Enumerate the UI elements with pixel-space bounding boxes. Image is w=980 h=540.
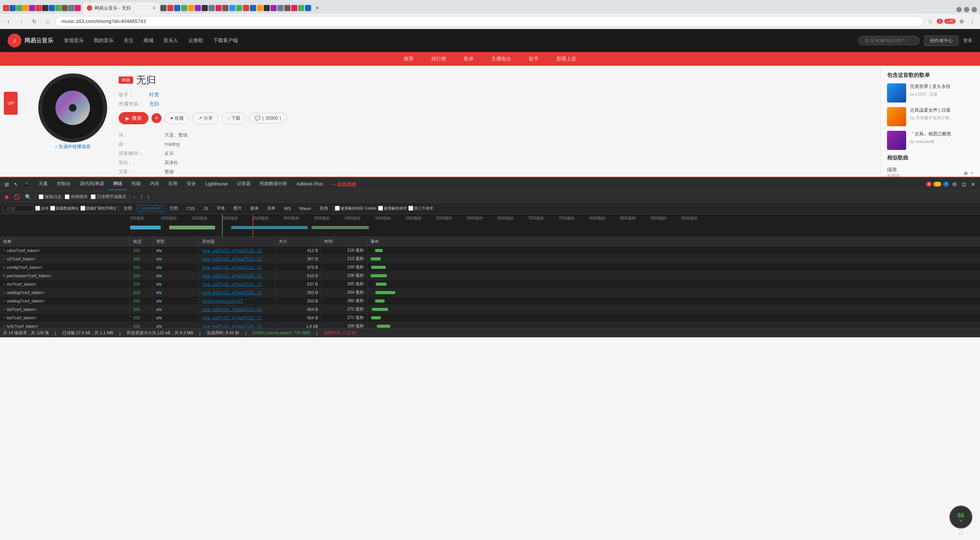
home-button[interactable]: ⌂	[42, 16, 53, 27]
download-button[interactable]: ↓下载	[222, 112, 246, 124]
table-row[interactable]: □ permission?csrf_token= 200 xhr core_aa…	[0, 272, 980, 280]
filter-input[interactable]	[3, 205, 34, 212]
dt-device-icon[interactable]: 📱	[21, 180, 31, 189]
import-button[interactable]: ⤴	[140, 194, 143, 200]
menu-icon[interactable]: ⋮	[968, 17, 977, 26]
sub-nav-playlist[interactable]: 歌单	[461, 54, 477, 64]
row-initiator[interactable]: core_aa27c15...js?aa27c15...21	[199, 247, 276, 254]
login-link[interactable]: 登录	[963, 37, 972, 44]
table-row[interactable]: ○ cdns?csrf_token= 200 xhr core_aa27c15.…	[0, 246, 980, 255]
share-button[interactable]: ↗分享	[192, 112, 219, 124]
reload-button[interactable]: ↻	[29, 16, 40, 27]
throttle-button[interactable]: ↕	[133, 194, 137, 200]
filter-css[interactable]: CSS	[183, 205, 199, 212]
search-input[interactable]	[858, 36, 920, 45]
col-header-name[interactable]: 名称	[0, 237, 130, 246]
nav-shop[interactable]: 商城	[140, 36, 157, 46]
maximize-button[interactable]	[964, 7, 969, 12]
record-button[interactable]: ⏺	[3, 193, 10, 201]
table-row[interactable]: ○ list?csrf_token= 200 xhr core_aa27c15.…	[0, 305, 980, 314]
sub-nav-singer[interactable]: 歌手	[526, 54, 542, 64]
filter-manifest[interactable]: 清单	[264, 204, 279, 212]
filter-wasm[interactable]: Wasm	[296, 205, 315, 212]
singer-link[interactable]: 叶里	[149, 91, 159, 98]
col-header-initiator[interactable]: 启动器	[199, 237, 276, 246]
hide-data-checkbox[interactable]: 隐藏数据网址	[50, 206, 79, 211]
filter-media[interactable]: 媒体	[247, 204, 262, 212]
row-initiator[interactable]: core_aa27c15...js?aa27c15...21	[199, 306, 276, 313]
sub-nav-ranking[interactable]: 排行榜	[428, 54, 449, 64]
preserve-log-checkbox[interactable]: 保留日志	[39, 194, 62, 200]
dt-dock-button[interactable]: ⊡	[960, 180, 968, 189]
filter-fetch-xhr[interactable]: Fetch/XHR	[137, 205, 165, 212]
tab-adblock[interactable]: Adblock Plus	[292, 179, 328, 190]
filter-font[interactable]: 字体	[213, 204, 228, 212]
nav-musician[interactable]: 音乐人	[160, 36, 181, 46]
nav-cloud[interactable]: 云推歌	[185, 36, 206, 46]
playlist-item-3[interactable]: 「古风」相思已断愁 by mayuko然	[887, 131, 974, 150]
minimize-button[interactable]	[956, 7, 962, 12]
disable-cache-checkbox[interactable]: 停用缓存	[65, 194, 88, 200]
nav-discover[interactable]: 发现音乐	[61, 36, 87, 46]
dt-inspect-icon[interactable]: ↖	[12, 180, 20, 189]
tab-perf-data[interactable]: 性能数据分析	[255, 178, 292, 190]
filter-img[interactable]: 图片	[230, 204, 245, 212]
table-row[interactable]: ○ weblog?csrf_token= 200 xhr core_aa27c1…	[0, 288, 980, 297]
tab-lighthouse[interactable]: Lighthouse	[201, 179, 232, 190]
nav-mymusic[interactable]: 我的音乐	[91, 36, 117, 46]
blocked-cookie-checkbox[interactable]: 被屏蔽的响应 Cookie	[335, 206, 377, 211]
row-initiator[interactable]: music-corona.min.js:1	[199, 298, 276, 304]
col-header-size[interactable]: 大小	[276, 237, 321, 246]
filter-all[interactable]: 全部	[120, 204, 135, 212]
row-initiator[interactable]: core_aa27c15...js?aa27c15...21	[199, 281, 276, 288]
dt-settings-button[interactable]: ⚙	[951, 180, 959, 189]
tab-console[interactable]: 控制台	[52, 178, 75, 190]
collect-button[interactable]: ♥收藏	[165, 112, 189, 124]
plus-button[interactable]: +	[152, 113, 161, 123]
table-row[interactable]: ○ weblog?csrf_token= 200 xhr music-coron…	[0, 297, 980, 305]
playlist-item-2[interactable]: 古风温柔女声 | 日落 by 月亮藏不住的小情...	[887, 107, 974, 126]
filter-js[interactable]: JS	[200, 205, 212, 212]
table-row[interactable]: ○ v2?csrf_token= 200 xhr core_aa27c15...…	[0, 255, 980, 263]
settings-icon[interactable]: ⚙	[957, 17, 966, 26]
forward-button[interactable]: ›	[16, 16, 27, 27]
export-button[interactable]: ⤵	[147, 194, 150, 200]
nav-download[interactable]: 下载客户端	[210, 36, 241, 46]
clear-button[interactable]: 🚫	[13, 193, 21, 201]
row-initiator[interactable]: core_aa27c15...js?aa27c15...21	[199, 264, 276, 271]
tab-memory[interactable]: 内存	[145, 178, 164, 190]
tab-close-icon[interactable]: ×	[153, 5, 156, 11]
tab-performance[interactable]: 性能	[127, 178, 145, 190]
dt-close-button[interactable]: ✕	[969, 180, 977, 189]
tab-application[interactable]: 应用	[164, 178, 182, 190]
tab-recorder[interactable]: 记录器	[232, 178, 255, 190]
bookmark-icon[interactable]: ☆	[926, 17, 935, 26]
table-row[interactable]: □ config?csrf_token= 200 xhr core_aa27c1…	[0, 263, 980, 272]
filter-ws[interactable]: WS	[280, 205, 294, 212]
sub-nav-recommend[interactable]: 推荐	[401, 54, 417, 64]
back-button[interactable]: ‹	[3, 16, 14, 27]
similar-item-1[interactable]: 须臾 摇梦唱 ▶ +	[887, 164, 974, 177]
table-row[interactable]: ○ lyric?csrf_token= 200 xhr core_aa27c15…	[0, 322, 980, 328]
tab-network[interactable]: 网络	[109, 178, 127, 190]
album-link[interactable]: 无归	[149, 101, 159, 107]
col-header-type[interactable]: 类型	[153, 237, 199, 246]
vip-badge[interactable]: VIP	[4, 92, 18, 115]
sub-nav-radio[interactable]: 主播电台	[488, 54, 514, 64]
play-button[interactable]: ▶ 播放	[119, 112, 148, 124]
col-header-status[interactable]: 状态	[130, 237, 153, 246]
tab-sources[interactable]: 源代码/来源	[75, 178, 109, 190]
close-button[interactable]	[972, 7, 977, 12]
blocked-request-checkbox[interactable]: 被屏蔽的请求	[378, 206, 407, 211]
address-input[interactable]	[55, 16, 924, 27]
active-tab[interactable]: ♪ 网易云音乐 - 无归 ×	[83, 2, 160, 14]
filter-doc[interactable]: 文档	[166, 204, 181, 212]
new-tab-button[interactable]: +	[312, 3, 323, 13]
generate-link[interactable]: ♪ 生成外链播放器	[55, 143, 90, 150]
invert-checkbox[interactable]: 反转	[35, 206, 49, 211]
comment-button[interactable]: 💬(35900)	[249, 113, 287, 124]
creator-center-button[interactable]: 创作者中心	[924, 36, 959, 46]
playlist-item-1[interactable]: 完美世界 | 灵久永恒 by LOST_渲染	[887, 83, 974, 102]
third-party-checkbox[interactable]: 第三方请求	[408, 206, 433, 211]
similar-play-icon[interactable]: ▶	[964, 170, 969, 176]
